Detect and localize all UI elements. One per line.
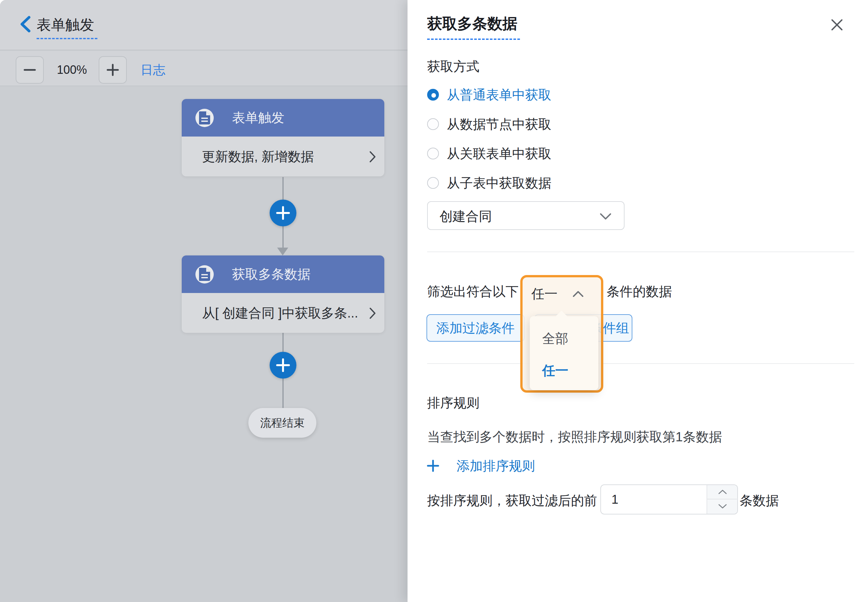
zoom-out-button[interactable]: [16, 56, 44, 84]
divider: [427, 252, 854, 252]
radio-unselected-icon: [427, 147, 439, 160]
panel-title: 获取多条数据: [427, 14, 517, 34]
stepper-controls: [706, 485, 737, 514]
back-button[interactable]: [20, 16, 35, 34]
radio-label: 从关联表单中获取: [447, 145, 551, 163]
chevron-down-icon: [600, 213, 611, 221]
filter-mode-select[interactable]: 任一: [531, 284, 594, 303]
filter-mode-dropdown: 全部 任一: [530, 316, 599, 390]
form-document-icon: [195, 109, 214, 127]
filter-prefix: 筛选出符合以下: [427, 283, 519, 300]
connector-line: [282, 226, 284, 248]
chevron-right-icon: [369, 151, 376, 164]
radio-unselected-icon: [427, 118, 439, 130]
chevron-right-icon: [369, 307, 376, 321]
limit-input[interactable]: [601, 485, 707, 514]
limit-stepper: [600, 484, 738, 514]
radio-option-normal-form[interactable]: 从普通表单中获取: [427, 86, 551, 104]
node-form-trigger[interactable]: 表单触发 更新数据, 新增数据: [182, 99, 384, 177]
zoom-in-button[interactable]: [99, 56, 127, 84]
close-icon[interactable]: [829, 17, 845, 33]
form-select-value: 创建合同: [440, 202, 492, 230]
radio-label: 从数据节点中获取: [447, 115, 551, 133]
zoom-level: 100%: [49, 56, 95, 84]
node-get-multiple-data-header: 获取多条数据: [182, 255, 384, 293]
add-sort-rule-label: 添加排序规则: [457, 457, 535, 475]
node-form-trigger-header: 表单触发: [182, 99, 384, 137]
add-node-button[interactable]: [269, 352, 296, 379]
workflow-editor: 表单触发 更新数据, 新增数据 获取多条数据 从[ 创建合同 ]中获取多条: [0, 0, 868, 602]
radio-option-subform[interactable]: 从子表中获取数据: [427, 174, 551, 192]
add-filter-condition-button[interactable]: 添加过滤条件: [426, 314, 525, 342]
chevron-up-icon: [573, 291, 584, 299]
flow-title[interactable]: 表单触发: [37, 16, 94, 34]
radio-selected-icon: [427, 89, 439, 101]
spinner-up-icon: [718, 489, 727, 494]
stepper-up-button[interactable]: [707, 485, 738, 499]
filter-mode-value: 任一: [531, 285, 557, 303]
add-node-button[interactable]: [269, 200, 296, 226]
node-title: 获取多条数据: [232, 265, 311, 283]
plus-icon: [426, 459, 440, 472]
connector-line: [282, 333, 284, 352]
radio-option-data-node[interactable]: 从数据节点中获取: [427, 115, 551, 133]
plus-icon: [106, 64, 119, 76]
node-subtitle: 更新数据, 新增数据: [202, 137, 314, 177]
radio-unselected-icon: [427, 177, 439, 189]
connector-line: [282, 379, 284, 408]
section-sort-label: 排序规则: [427, 394, 479, 412]
canvas-header: 表单触发: [0, 0, 408, 50]
add-sort-rule-link[interactable]: 添加排序规则: [426, 457, 535, 475]
connector-line: [282, 177, 284, 200]
limit-suffix: 条数据: [740, 492, 779, 509]
node-form-trigger-config-row[interactable]: 更新数据, 新增数据: [182, 137, 384, 177]
node-subtitle: 从[ 创建合同 ]中获取多条...: [202, 293, 358, 333]
connector-arrowhead: [277, 247, 288, 255]
limit-prefix: 按排序规则，获取过滤后的前: [427, 492, 597, 509]
flow-end-node: 流程结束: [248, 408, 316, 438]
panel-title-underline: [427, 38, 520, 40]
radio-label: 从子表中获取数据: [447, 174, 551, 192]
canvas-toolbar: 100% 日志: [0, 51, 408, 86]
filter-suffix: 条件的数据: [606, 283, 672, 300]
radio-option-linked-form[interactable]: 从关联表单中获取: [427, 144, 551, 163]
dropdown-option-any[interactable]: 任一: [542, 362, 568, 379]
flow-title-underline: [37, 38, 97, 39]
config-panel: 获取多条数据 获取方式 从普通表单中获取 从数据节点中获取 从关联表单中获取 从…: [408, 0, 868, 602]
sort-description: 当查找到多个数据时，按照排序规则获取第1条数据: [427, 428, 722, 446]
dropdown-option-all[interactable]: 全部: [542, 330, 568, 347]
node-get-multiple-data-config-row[interactable]: 从[ 创建合同 ]中获取多条...: [182, 293, 384, 333]
flow-canvas[interactable]: 表单触发 更新数据, 新增数据 获取多条数据 从[ 创建合同 ]中获取多条: [0, 87, 408, 602]
node-title: 表单触发: [232, 109, 284, 127]
minus-icon: [23, 68, 36, 72]
form-select[interactable]: 创建合同: [427, 201, 625, 230]
stepper-down-button[interactable]: [707, 499, 738, 513]
section-method-label: 获取方式: [427, 57, 479, 75]
spinner-down-icon: [718, 504, 727, 509]
radio-label: 从普通表单中获取: [447, 86, 551, 104]
node-get-multiple-data[interactable]: 获取多条数据 从[ 创建合同 ]中获取多条...: [182, 255, 384, 333]
form-document-icon: [195, 265, 214, 284]
divider: [427, 363, 854, 364]
log-link[interactable]: 日志: [140, 56, 165, 84]
